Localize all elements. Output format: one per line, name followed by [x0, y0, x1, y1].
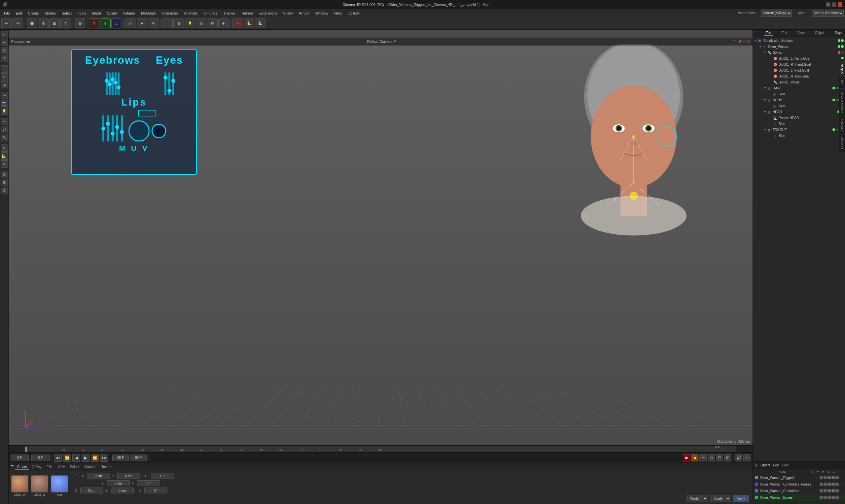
eyes-slider-2[interactable] [168, 72, 170, 95]
layer-ctrl-l[interactable]: L [835, 489, 839, 492]
scale-y-input[interactable] [110, 487, 134, 493]
menu-mesh[interactable]: Mesh [89, 11, 104, 16]
tree-item-lhand-goal[interactable]: 🎯 Bip001_L_Hand.Goal [754, 55, 844, 61]
object-tool[interactable]: □ [1, 65, 8, 73]
layer-v-icon[interactable]: V [824, 476, 827, 479]
undo-button[interactable]: ↩ [1, 18, 12, 29]
tab-tags[interactable]: Tags [833, 30, 844, 36]
play-reverse-btn[interactable]: ◀ [72, 454, 80, 462]
menu-3dtoall[interactable]: 3DToAll [345, 11, 363, 16]
layer-bones-s[interactable]: S [820, 496, 823, 499]
layer-l-icon[interactable]: L [835, 476, 839, 479]
deformer-tool[interactable]: ⤳ [1, 92, 8, 99]
camera-tool[interactable]: 📷 [1, 100, 8, 107]
pointer-tool[interactable]: ↖ [1, 31, 8, 38]
side-tab-objects[interactable]: Objects [839, 61, 845, 76]
node-space-select[interactable]: Current (V-Ray) [761, 10, 792, 17]
scale-tool[interactable]: ⊡ [1, 47, 8, 54]
material-thumb-3[interactable]: Mat [51, 475, 68, 497]
eyebrow-slider-4[interactable] [115, 72, 117, 95]
menu-select[interactable]: Select [59, 11, 75, 16]
mat-tab-create[interactable]: Create [15, 464, 29, 470]
redo-button[interactable]: ↪ [13, 18, 23, 29]
layer-s-icon[interactable]: S [820, 476, 823, 479]
maximize-button[interactable]: □ [832, 2, 837, 7]
mat-tab-texture[interactable]: Texture [99, 464, 114, 469]
extra-tool-1[interactable]: ⊞ [1, 171, 8, 178]
tree-item-tongue-skin[interactable]: ◇ Skin [754, 132, 844, 139]
layer-bones-m[interactable]: M [831, 496, 835, 499]
menu-help[interactable]: Help [331, 11, 344, 16]
layer-hamburger[interactable]: ☰ [755, 464, 758, 467]
tree-item-head-skin[interactable]: ◇ Skin [754, 121, 844, 127]
menu-window[interactable]: Window [313, 11, 331, 16]
y-axis-btn[interactable]: Y [100, 18, 110, 29]
rotation-h-input[interactable] [151, 473, 174, 479]
play-btn[interactable]: ▶ [82, 454, 89, 462]
tree-item-head[interactable]: ▼ ▤ HEAD ···· [754, 109, 844, 115]
tree-item-tongue[interactable]: ▼ ▤ TONGUE ✕✕ [754, 127, 844, 132]
add-button[interactable]: ⊕ [75, 18, 85, 29]
menu-animate[interactable]: Animate [181, 11, 200, 16]
python-btn[interactable]: 🐍 [255, 18, 265, 29]
tree-item-subdivision[interactable]: ▼ ⊞ Subdivision Surface [754, 38, 844, 43]
loop-btn[interactable]: ↩ [743, 454, 751, 462]
light-tool[interactable]: 💡 [1, 108, 8, 115]
viewport-menu-icon[interactable]: ☰ [747, 40, 750, 43]
layer-tab-view[interactable]: View [781, 464, 789, 467]
scale-x-input[interactable] [80, 487, 103, 493]
audio-btn[interactable]: 🔊 [735, 454, 742, 462]
tab-object[interactable]: Object [813, 30, 827, 36]
frame-start-input[interactable] [31, 454, 50, 461]
layer-freeze-v[interactable]: V [824, 483, 827, 486]
material-thumb-2[interactable]: Older_W [31, 475, 48, 497]
minimize-button[interactable]: ─ [826, 2, 830, 7]
motion-btn[interactable]: ⊙ [708, 454, 715, 462]
layer-freeze-r[interactable]: R [828, 483, 831, 486]
menu-render[interactable]: Render [239, 11, 256, 16]
layer-freeze-expand[interactable]: → [840, 483, 843, 486]
tree-item-hair-skin[interactable]: ◇ Skin [754, 91, 844, 97]
layer-ctrl-s[interactable]: S [820, 489, 823, 492]
menu-tracker[interactable]: Tracker [221, 11, 238, 16]
sculpt-tool[interactable]: ⛏ [1, 134, 8, 141]
layer-bones-l[interactable]: L [835, 496, 839, 499]
world-select[interactable]: World Object [686, 495, 708, 502]
layer-item-bones[interactable]: Older_Woman_Bones S V R M L → [753, 494, 845, 501]
animate-btn[interactable]: ✛ [700, 454, 707, 462]
rotate-button[interactable]: ↻ [61, 18, 71, 29]
timeline[interactable]: 0 5 10 15 20 25 30 35 40 45 50 55 60 65 … [8, 445, 753, 452]
eyes-slider-1[interactable] [165, 72, 167, 95]
lips-slider-3[interactable] [111, 115, 114, 142]
lips-slider-1[interactable] [102, 115, 104, 142]
lips-slider-5[interactable] [121, 115, 123, 142]
position-y-input[interactable] [117, 473, 140, 479]
side-tab-structure[interactable]: Structure [839, 134, 845, 152]
menu-simulate[interactable]: Simulate [201, 11, 220, 16]
menu-mograph[interactable]: MoGraph [138, 11, 159, 16]
object-mode-btn[interactable]: ○ [162, 18, 173, 29]
position-x-input[interactable] [87, 473, 110, 479]
pose-btn[interactable]: ⊞ [724, 454, 731, 462]
draw-tool[interactable]: ✏ [1, 118, 8, 125]
eyebrow-slider-3[interactable] [111, 72, 114, 95]
apply-button[interactable]: Apply [733, 495, 748, 502]
light-btn[interactable]: 💡 [185, 18, 195, 29]
tree-item-bones[interactable]: ▼ 🦴 Bones [754, 50, 844, 55]
menu-extensions[interactable]: Extensions [257, 11, 280, 16]
fps-input-1[interactable] [112, 454, 129, 461]
mat-tab-vray[interactable]: V-Ray [30, 464, 43, 469]
tab-file[interactable]: File [764, 30, 773, 36]
rotation-p-input[interactable] [107, 480, 130, 486]
eyebrow-slider-5[interactable] [118, 72, 120, 95]
rot-p-val[interactable] [137, 480, 160, 486]
render-viewport-btn[interactable]: ▷ [125, 18, 136, 29]
ik-btn[interactable]: P [716, 454, 723, 462]
tree-item-older-woman[interactable]: ▼ ○ Older_Woman [754, 43, 844, 50]
tree-item-lfoot-goal[interactable]: 🎯 Bip001_L_Foot.Goal [754, 67, 844, 73]
layer-btn[interactable]: ⊟ [207, 18, 218, 29]
spline-tool[interactable]: ∿ [1, 73, 8, 80]
snap-tool[interactable]: ⊕ [1, 144, 8, 152]
fps-input-2[interactable] [130, 454, 146, 461]
vray-icon-btn[interactable]: V [232, 18, 243, 29]
